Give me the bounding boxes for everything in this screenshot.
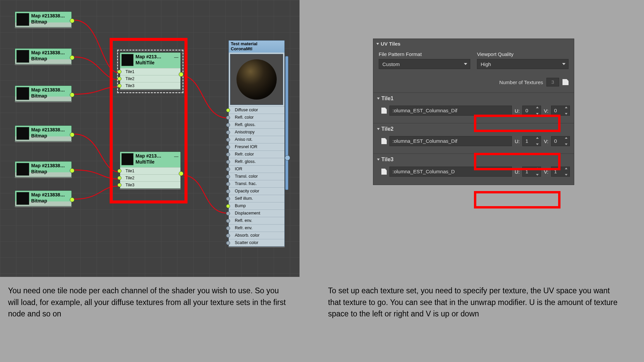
slot-refl-color[interactable]: Refl. color bbox=[229, 114, 284, 121]
output-port[interactable] bbox=[179, 171, 183, 176]
spinner-down-icon[interactable] bbox=[565, 174, 568, 176]
input-port[interactable] bbox=[226, 197, 230, 201]
slot-bump[interactable]: Bump bbox=[229, 202, 284, 209]
slot-refr-color[interactable]: Refr. color bbox=[229, 150, 284, 158]
tile-filename[interactable]: :olumna_EST_Columnas_D bbox=[389, 167, 512, 177]
spinner-down-icon[interactable] bbox=[536, 174, 539, 176]
spinner-down-icon[interactable] bbox=[565, 143, 568, 145]
rollout-header[interactable]: UV Tiles bbox=[373, 39, 574, 49]
slot-scatter-color[interactable]: Scatter color bbox=[229, 239, 284, 246]
file-icon[interactable] bbox=[381, 169, 387, 175]
input-port[interactable] bbox=[226, 167, 230, 171]
file-icon[interactable] bbox=[381, 108, 387, 114]
slot-transl-frac[interactable]: Transl. frac. bbox=[229, 180, 284, 187]
spinner-down-icon[interactable] bbox=[536, 143, 539, 145]
v-spinner[interactable]: 0 bbox=[551, 106, 570, 116]
input-slot-tile1[interactable]: Tile1 bbox=[120, 68, 180, 75]
slot-refr-gloss[interactable]: Refr. gloss. bbox=[229, 158, 284, 165]
node-bitmap-4[interactable]: Map #213838… Bitmap bbox=[15, 125, 72, 141]
node-bitmap-3[interactable]: Map #213838… Bitmap bbox=[15, 85, 72, 102]
slot-absorb-color[interactable]: Absorb. color bbox=[229, 232, 284, 239]
spinner-up-icon[interactable] bbox=[565, 168, 568, 169]
tile-header[interactable]: Tile3 bbox=[373, 154, 574, 165]
input-port[interactable] bbox=[226, 189, 230, 193]
output-port[interactable] bbox=[70, 55, 74, 60]
input-port[interactable] bbox=[226, 182, 230, 186]
spinner-up-icon[interactable] bbox=[565, 107, 568, 108]
u-spinner[interactable]: 0 bbox=[522, 106, 541, 116]
node-multitile-2[interactable]: Map #213… MultiTile — Tile1 Tile2 Tile3 bbox=[120, 152, 181, 189]
input-port[interactable] bbox=[226, 153, 230, 157]
slot-transl-color[interactable]: Transl. color bbox=[229, 173, 284, 180]
slot-fresnel-ior[interactable]: Fresnel IOR bbox=[229, 143, 284, 150]
output-port[interactable] bbox=[70, 197, 74, 202]
input-port[interactable] bbox=[117, 169, 121, 173]
add-texture-icon[interactable] bbox=[562, 79, 569, 85]
slot-refr-env[interactable]: Refr. env. bbox=[229, 224, 284, 232]
node-multitile-1[interactable]: Map #213… MultiTile — Tile1 Tile2 Tile3 bbox=[120, 52, 181, 89]
u-spinner[interactable]: 1 bbox=[522, 136, 541, 146]
output-port[interactable] bbox=[70, 18, 74, 23]
input-slot-tile2[interactable]: Tile2 bbox=[120, 174, 180, 181]
input-port[interactable] bbox=[226, 234, 230, 238]
file-pattern-select[interactable]: Custom bbox=[379, 59, 470, 69]
input-port[interactable] bbox=[226, 212, 230, 216]
tile-header[interactable]: Tile2 bbox=[373, 123, 574, 135]
input-port[interactable] bbox=[226, 108, 230, 112]
output-port[interactable] bbox=[70, 168, 74, 173]
slot-opacity-color[interactable]: Opacity color bbox=[229, 187, 284, 195]
input-port[interactable] bbox=[226, 204, 230, 208]
input-port[interactable] bbox=[117, 176, 121, 180]
spinner-down-icon[interactable] bbox=[536, 113, 539, 115]
input-port[interactable] bbox=[226, 160, 230, 164]
collapse-icon[interactable]: — bbox=[174, 55, 178, 60]
spinner-up-icon[interactable] bbox=[536, 107, 539, 108]
num-textures-value[interactable]: 3 bbox=[546, 78, 559, 86]
tile-filename[interactable]: :olumna_EST_Columnas_Dif bbox=[389, 136, 512, 146]
input-port[interactable] bbox=[117, 84, 121, 88]
input-port[interactable] bbox=[117, 70, 121, 74]
slot-aniso-rot[interactable]: Aniso rot. bbox=[229, 136, 284, 143]
node-bitmap-2[interactable]: Map #213838… Bitmap bbox=[15, 48, 72, 64]
input-port[interactable] bbox=[226, 116, 230, 120]
spinner-up-icon[interactable] bbox=[536, 137, 539, 139]
node-material-output[interactable]: Test material CoronaMtl Diffuse color Re… bbox=[228, 40, 285, 247]
output-port[interactable] bbox=[179, 72, 183, 77]
input-slot-tile3[interactable]: Tile3 bbox=[120, 82, 180, 89]
v-spinner[interactable]: 0 bbox=[551, 136, 570, 146]
tile-filename[interactable]: :olumna_EST_Columnas_Dif bbox=[389, 106, 512, 116]
slot-refl-env[interactable]: Refl. env. bbox=[229, 217, 284, 224]
uv-tiles-panel[interactable]: UV Tiles File Pattern Format Custom View… bbox=[373, 39, 574, 185]
spinner-down-icon[interactable] bbox=[565, 113, 568, 115]
slot-displacement[interactable]: Displacement bbox=[229, 209, 284, 217]
input-port[interactable] bbox=[226, 241, 230, 245]
node-bitmap-6[interactable]: Map #213838… Bitmap bbox=[15, 190, 72, 206]
output-port[interactable] bbox=[70, 132, 74, 137]
input-slot-tile1[interactable]: Tile1 bbox=[120, 167, 180, 174]
u-spinner[interactable]: 1 bbox=[522, 167, 541, 177]
side-handle[interactable] bbox=[285, 56, 288, 190]
output-port[interactable] bbox=[70, 93, 74, 97]
input-port[interactable] bbox=[226, 130, 230, 134]
spinner-up-icon[interactable] bbox=[536, 168, 539, 169]
input-port[interactable] bbox=[117, 77, 121, 81]
material-node-graph[interactable]: Map #213838… Bitmap Map #213838… Bitmap … bbox=[0, 0, 300, 277]
input-port[interactable] bbox=[226, 138, 230, 142]
slot-anisotropy[interactable]: Anisotropy bbox=[229, 128, 284, 136]
input-slot-tile3[interactable]: Tile3 bbox=[120, 181, 180, 188]
input-port[interactable] bbox=[226, 219, 230, 223]
slot-ior[interactable]: IOR bbox=[229, 165, 284, 173]
node-bitmap-1[interactable]: Map #213838… Bitmap bbox=[15, 11, 72, 27]
file-icon[interactable] bbox=[381, 138, 387, 144]
viewport-quality-select[interactable]: High bbox=[477, 59, 569, 69]
input-port[interactable] bbox=[226, 175, 230, 179]
slot-self-illum[interactable]: Self illum. bbox=[229, 195, 284, 202]
slot-diffuse-color[interactable]: Diffuse color bbox=[229, 106, 284, 114]
node-bitmap-5[interactable]: Map #213838… Bitmap bbox=[15, 161, 72, 177]
input-port[interactable] bbox=[117, 183, 121, 187]
tile-header[interactable]: Tile1 bbox=[373, 93, 574, 104]
input-port[interactable] bbox=[226, 123, 230, 127]
v-spinner[interactable]: 1 bbox=[551, 167, 570, 177]
input-port[interactable] bbox=[226, 226, 230, 230]
input-slot-tile2[interactable]: Tile2 bbox=[120, 75, 180, 82]
